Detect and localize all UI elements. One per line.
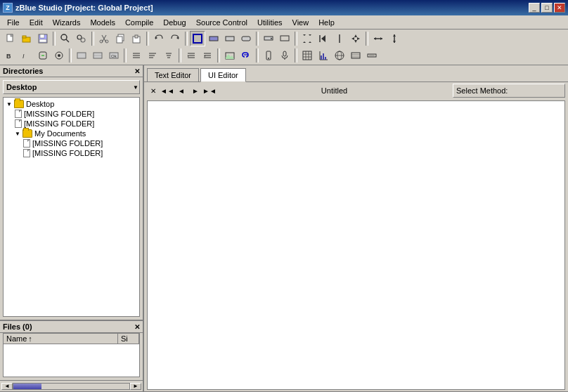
files-close[interactable]: ✕ bbox=[134, 323, 140, 331]
menu-bar: File Edit Wizards Models Compile Debug S… bbox=[0, 15, 568, 30]
menu-models[interactable]: Models bbox=[86, 17, 119, 28]
editor-prev-button[interactable]: ◄ bbox=[175, 84, 188, 97]
tb-search-button[interactable] bbox=[58, 31, 73, 46]
tb-replace-button[interactable] bbox=[74, 31, 89, 46]
tb2-link[interactable] bbox=[238, 48, 254, 63]
tb-btn3[interactable] bbox=[222, 31, 238, 46]
tb-zoom-fit[interactable] bbox=[299, 31, 315, 46]
tree-item-mydocs[interactable]: ▼ My Documents bbox=[5, 129, 138, 138]
tree-item-missing2[interactable]: [MISSING FOLDER] bbox=[5, 119, 138, 129]
minimize-button[interactable]: _ bbox=[529, 3, 540, 13]
files-table: Name ↑ Si bbox=[3, 333, 140, 377]
tb-new-button[interactable] bbox=[3, 31, 18, 46]
tb-save-button[interactable] bbox=[35, 31, 51, 46]
svg-marker-38 bbox=[354, 40, 357, 43]
svg-rect-24 bbox=[226, 37, 234, 41]
tb-rect-button[interactable] bbox=[206, 31, 221, 46]
maximize-button[interactable]: □ bbox=[541, 3, 553, 13]
tb2-btn8[interactable] bbox=[129, 48, 144, 63]
tb2-sep4 bbox=[217, 48, 220, 63]
directory-tree[interactable]: ▼ Desktop [MISSING FOLDER] [MISSING FOLD… bbox=[3, 97, 140, 317]
svg-rect-80 bbox=[283, 51, 286, 56]
svg-rect-25 bbox=[242, 37, 250, 41]
tb2-phone[interactable] bbox=[261, 48, 276, 63]
tb-resize-v[interactable] bbox=[387, 31, 402, 46]
menu-wizards[interactable]: Wizards bbox=[49, 17, 85, 28]
menu-source-control[interactable]: Source Control bbox=[192, 17, 252, 28]
editor-last-button[interactable]: ►◄ bbox=[203, 84, 216, 97]
scroll-right-button[interactable]: ► bbox=[130, 383, 141, 390]
menu-utilities[interactable]: Utilities bbox=[253, 17, 286, 28]
tb-prev-button[interactable] bbox=[316, 31, 331, 46]
svg-rect-29 bbox=[280, 36, 289, 41]
menu-file[interactable]: File bbox=[3, 17, 24, 28]
tb2-chart[interactable] bbox=[316, 48, 331, 63]
directory-dropdown-container: Desktop My Documents My Computer ▼ bbox=[3, 80, 140, 94]
editor-close-button[interactable]: ✕ bbox=[147, 84, 160, 97]
tree-item-label: [MISSING FOLDER] bbox=[24, 110, 94, 118]
tb2-btn4[interactable] bbox=[51, 48, 67, 63]
tb-btn5[interactable] bbox=[261, 31, 276, 46]
tb-btn6[interactable] bbox=[277, 31, 292, 46]
svg-rect-91 bbox=[325, 57, 326, 60]
tb-paste-button[interactable] bbox=[129, 31, 144, 46]
tree-item-label: [MISSING FOLDER] bbox=[24, 119, 94, 128]
editor-first-button[interactable]: ◄◄ bbox=[161, 84, 174, 97]
svg-text:B: B bbox=[6, 53, 11, 60]
tb-redo-button[interactable] bbox=[167, 31, 183, 46]
directories-close[interactable]: ✕ bbox=[134, 67, 140, 75]
tree-item-missing3[interactable]: [MISSING FOLDER] bbox=[5, 138, 138, 148]
scroll-left-button[interactable]: ◄ bbox=[1, 383, 13, 390]
file-icon bbox=[15, 110, 22, 118]
menu-debug[interactable]: Debug bbox=[159, 17, 190, 28]
method-dropdown[interactable]: Select Method: bbox=[453, 84, 565, 98]
close-button[interactable]: ✕ bbox=[554, 3, 565, 13]
menu-compile[interactable]: Compile bbox=[121, 17, 157, 28]
editor-content bbox=[147, 100, 565, 390]
menu-edit[interactable]: Edit bbox=[25, 17, 47, 28]
files-table-header: Name ↑ Si bbox=[4, 334, 139, 344]
tb2-btn7[interactable]: Ok bbox=[106, 48, 122, 63]
tb-resize-h[interactable] bbox=[370, 31, 386, 46]
tb2-mic[interactable] bbox=[277, 48, 292, 63]
svg-marker-39 bbox=[351, 37, 354, 40]
scrollbar-track[interactable] bbox=[13, 383, 130, 390]
tb-select-button[interactable] bbox=[190, 31, 205, 46]
tab-text-editor[interactable]: Text Editor bbox=[147, 68, 199, 81]
menu-help[interactable]: Help bbox=[314, 17, 339, 28]
tb2-btn2[interactable]: I bbox=[19, 48, 34, 63]
tb2-table[interactable] bbox=[299, 48, 315, 63]
tb-open-button[interactable] bbox=[19, 31, 34, 46]
tb2-btn5[interactable] bbox=[74, 48, 89, 63]
tb2-btn10[interactable] bbox=[161, 48, 176, 63]
tab-ui-editor[interactable]: UI Editor bbox=[200, 68, 246, 82]
tb-undo-button[interactable] bbox=[151, 31, 167, 46]
svg-rect-22 bbox=[193, 34, 202, 43]
tb2-end[interactable] bbox=[364, 48, 380, 63]
col-header-name[interactable]: Name ↑ bbox=[4, 334, 118, 344]
tb-cut-button[interactable] bbox=[96, 31, 112, 46]
tree-item-desktop[interactable]: ▼ Desktop bbox=[5, 99, 138, 109]
tb-move-button[interactable] bbox=[348, 31, 363, 46]
directory-dropdown[interactable]: Desktop My Documents My Computer bbox=[3, 80, 140, 94]
tb2-btn3[interactable] bbox=[35, 48, 51, 63]
tb-copy-button[interactable] bbox=[112, 31, 128, 46]
tb2-btn1[interactable]: B bbox=[3, 48, 18, 63]
tb2-globe[interactable] bbox=[332, 48, 347, 63]
editor-panel: Text Editor UI Editor ✕ ◄◄ ◄ ► ►◄ Untitl… bbox=[144, 65, 568, 391]
tb2-sep6 bbox=[295, 48, 297, 63]
svg-rect-6 bbox=[39, 39, 46, 42]
tb2-btn9[interactable] bbox=[145, 48, 160, 63]
tree-item-missing1[interactable]: [MISSING FOLDER] bbox=[5, 109, 138, 119]
col-header-size[interactable]: Si bbox=[118, 334, 139, 344]
directories-panel: Directories ✕ Desktop My Documents My Co… bbox=[0, 65, 143, 321]
menu-view[interactable]: View bbox=[288, 17, 314, 28]
tb2-btn6[interactable] bbox=[90, 48, 105, 63]
tb-btn4[interactable] bbox=[238, 31, 254, 46]
editor-next-button[interactable]: ► bbox=[189, 84, 202, 97]
tb2-img[interactable] bbox=[222, 48, 238, 63]
tree-item-missing4[interactable]: [MISSING FOLDER] bbox=[5, 148, 138, 158]
tb2-list[interactable] bbox=[348, 48, 363, 63]
tb2-outdent[interactable] bbox=[200, 48, 215, 63]
tb2-indent[interactable] bbox=[183, 48, 199, 63]
